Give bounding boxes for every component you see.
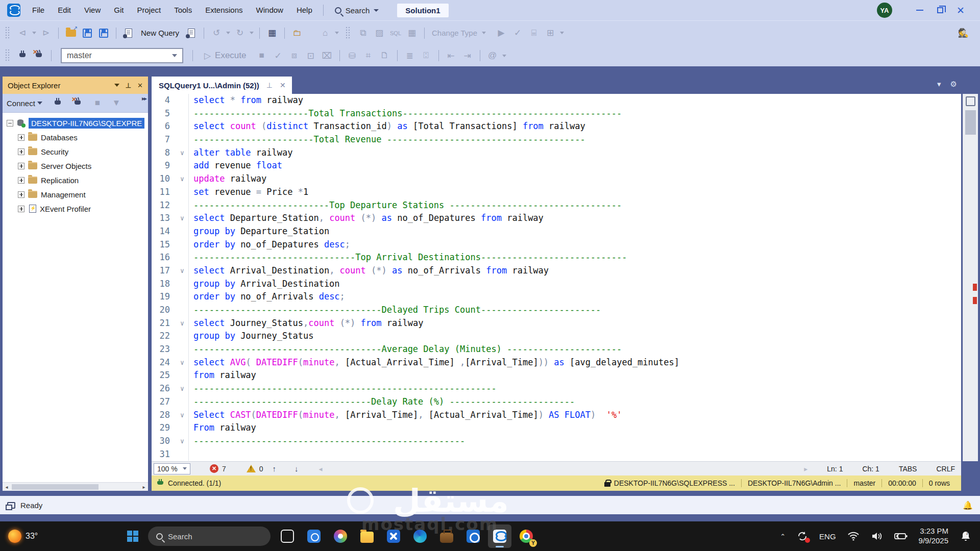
menu-extensions[interactable]: Extensions [199,3,249,17]
database-selector[interactable]: master [61,48,183,63]
zoom-selector[interactable]: 100 % [154,463,190,474]
line-indicator[interactable]: Ln: 1 [827,465,843,473]
code-line-10[interactable]: 10∨update railway [152,172,961,186]
code-line-16[interactable]: 16-------------------------------Top Arr… [152,251,961,264]
expand-icon[interactable] [18,191,24,198]
error-count[interactable]: 7 [222,465,226,473]
open-file-button[interactable] [64,27,78,39]
expand-icon[interactable] [18,163,24,169]
oe-horizontal-scrollbar[interactable]: ◂ ▸ [3,482,148,491]
feedback-person-icon[interactable]: 🕵 [957,27,970,39]
code-line-18[interactable]: 18group by Arrival_Destination [152,278,961,291]
scrollbar-map-icon[interactable] [966,96,975,106]
editor-settings-gear-icon[interactable]: ⚙ [950,80,957,89]
chrome-browser[interactable]: Y [514,524,538,548]
solution-name[interactable]: Solution1 [397,4,448,17]
tray-overflow-chevron-icon[interactable]: ⌃ [780,533,786,540]
code-line-13[interactable]: 13∨select Departure_Station, count (*) a… [152,212,961,225]
code-line-19[interactable]: 19order by no_of_Arrivals desc; [152,290,961,304]
widgets-app[interactable] [276,524,299,548]
scroll-right-icon[interactable]: ▸ [140,484,148,490]
close-panel-icon[interactable]: ✕ [137,82,143,89]
fold-chevron-icon[interactable]: ∨ [176,435,188,448]
code-line-26[interactable]: 26∨-------------------------------------… [152,382,961,395]
column-indicator[interactable]: Ch: 1 [862,465,879,473]
code-line-31[interactable]: 31 [152,448,961,461]
previous-issue-icon[interactable]: ↑ [273,464,277,473]
scroll-thumb[interactable] [12,484,99,490]
code-line-23[interactable]: 23------------------------------------Av… [152,343,961,356]
tree-item-security[interactable]: Security [3,144,148,159]
language-indicator[interactable]: ENG [819,532,836,541]
overflow-chevrons-icon[interactable]: ▸▸ [142,95,146,102]
menu-file[interactable]: File [26,3,51,17]
warning-count[interactable]: 0 [259,465,263,473]
eol-indicator[interactable]: CRLF [936,465,955,473]
save-all-button[interactable] [97,27,110,39]
activity-monitor-button[interactable]: ▦ [265,27,279,39]
code-line-7[interactable]: 7-----------------------Total Revenue --… [152,133,961,146]
menu-git[interactable]: Git [107,3,130,17]
pin-icon[interactable]: ⊥ [126,82,131,89]
taskbar-search[interactable]: Search [148,527,271,546]
open-query-button[interactable] [185,27,198,39]
connect-button[interactable] [16,49,29,62]
execute-button[interactable]: ▷ Execute [204,51,247,61]
user-avatar[interactable]: YA [877,3,892,18]
code-line-27[interactable]: 27----------------------------------Dela… [152,395,961,409]
code-line-22[interactable]: 22group by Journey_Status [152,330,961,343]
xbox-app[interactable] [382,524,405,548]
code-line-6[interactable]: 6select count (distinct Transaction_id) … [152,120,961,133]
code-line-15[interactable]: 15order by no_of_Depatures desc; [152,238,961,252]
editor-vertical-scrollbar[interactable] [963,94,978,461]
code-line-14[interactable]: 14group by Departure_Station [152,225,961,238]
scroll-left-icon[interactable]: ◂ [319,465,323,473]
tree-root-server[interactable]: DESKTOP-IIL7N6G\SQLEXPRE [3,116,148,130]
overflow-icon[interactable] [560,32,564,34]
menu-edit[interactable]: Edit [51,3,78,17]
expand-icon[interactable] [18,134,24,141]
scroll-thumb[interactable] [965,110,976,135]
camera-app[interactable] [302,524,326,548]
office-app[interactable] [435,524,458,548]
collapse-icon[interactable] [7,120,13,127]
overflow-icon[interactable] [502,55,506,57]
menu-view[interactable]: View [78,3,107,17]
ssms-app[interactable] [488,524,511,548]
notification-bell-icon[interactable]: 🔔 [963,500,973,510]
expand-icon[interactable] [18,177,24,184]
menu-help[interactable]: Help [290,3,319,17]
object-search-button[interactable]: 🗀 [290,27,304,39]
start-button[interactable] [122,526,143,546]
code-line-17[interactable]: 17∨select Arrival_Destination, count (*)… [152,264,961,278]
file-explorer[interactable] [355,524,379,548]
code-line-28[interactable]: 28∨Select CAST(DATEDIFF(minute, [Arrival… [152,409,961,422]
code-line-20[interactable]: 20------------------------------------De… [152,304,961,317]
save-button[interactable] [81,27,94,39]
minimize-button[interactable] [910,3,930,18]
volume-icon[interactable] [871,531,883,541]
restore-button[interactable] [930,3,950,18]
clock-widget[interactable]: 3:23 PM 9/9/2025 [919,527,948,546]
fold-chevron-icon[interactable]: ∨ [176,172,188,186]
fold-chevron-icon[interactable]: ∨ [176,146,188,160]
tree-item-server-objects[interactable]: Server Objects [3,159,148,173]
outlook-app[interactable] [461,524,485,548]
code-line-30[interactable]: 30∨-------------------------------------… [152,435,961,448]
pin-icon[interactable]: ⊥ [266,81,273,89]
onedrive-sync-icon[interactable] [797,531,808,542]
code-line-12[interactable]: 12--------------------------Top Departur… [152,199,961,212]
expand-icon[interactable] [18,148,24,155]
expand-icon[interactable] [18,206,24,212]
photos-app[interactable] [329,524,352,548]
new-query-button[interactable]: New Query [141,29,179,37]
database-segment[interactable]: master [847,479,881,487]
user-segment[interactable]: DESKTOP-IIL7N6G\Admin ... [741,479,847,487]
close-tab-icon[interactable]: ✕ [280,81,286,89]
close-button[interactable]: ✕ [950,3,971,18]
fold-chevron-icon[interactable]: ∨ [176,382,188,395]
object-explorer-header[interactable]: Object Explorer ⊥ ✕ [3,77,148,94]
tab-sqlquery1[interactable]: SQLQuery1 U...\Admin (52)) ⊥ ✕ [152,77,292,94]
tabs-indicator[interactable]: TABS [899,465,917,473]
code-line-4[interactable]: 4select * from railway [152,94,961,107]
